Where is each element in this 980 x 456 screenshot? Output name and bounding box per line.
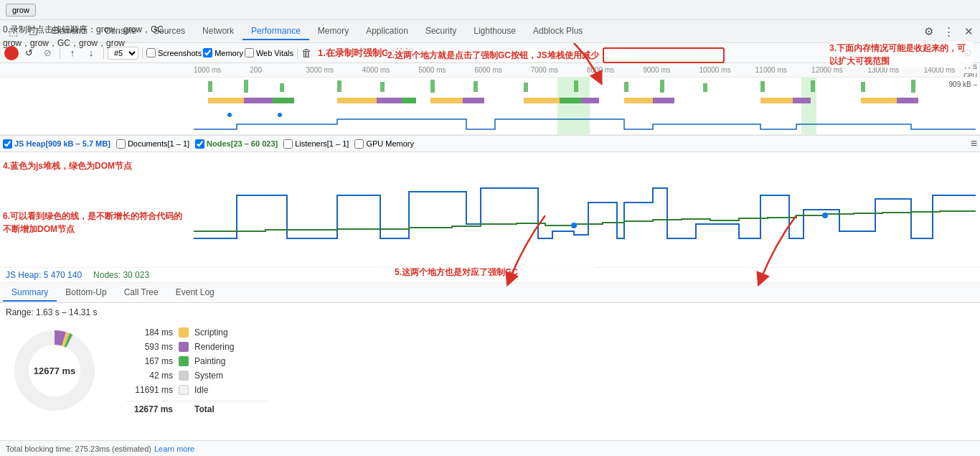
tab-performance[interactable]: Performance bbox=[242, 23, 309, 40]
legend-table: 184 ms Scripting 593 ms Rendering 167 ms… bbox=[126, 327, 270, 414]
memory-checks-row: JS Heap[909 kB – 5.7 MB] Documents[1 – 1… bbox=[0, 135, 980, 152]
status-text: Total blocking time: 275.23ms (estimated… bbox=[6, 445, 151, 453]
tab-adblock[interactable]: Adblock Plus bbox=[524, 23, 591, 40]
js-heap-stat: JS Heap: 5 470 140 bbox=[6, 270, 82, 280]
svg-rect-14 bbox=[861, 82, 865, 92]
webvitals-checkbox-label[interactable]: Web Vitals bbox=[245, 48, 293, 57]
svg-rect-23 bbox=[463, 98, 484, 103]
svg-rect-19 bbox=[337, 98, 377, 103]
expand-icon[interactable]: ≡ bbox=[971, 137, 977, 150]
mini-chart-svg bbox=[194, 78, 976, 135]
svg-rect-7 bbox=[524, 83, 528, 92]
js-heap-check[interactable]: JS Heap[909 kB – 5.7 MB] bbox=[3, 139, 110, 149]
memory-checkbox[interactable] bbox=[203, 48, 212, 57]
summary-panel: 12677 ms 184 ms Scripting 593 ms Renderi… bbox=[0, 322, 980, 420]
nodes-label: Nodes[23 – 60 023] bbox=[207, 139, 278, 148]
system-color bbox=[179, 371, 189, 381]
ruler-label-8: 9000 ms bbox=[643, 66, 699, 74]
tab-application[interactable]: Application bbox=[357, 23, 417, 40]
svg-rect-12 bbox=[760, 81, 765, 92]
tab-call-tree[interactable]: Call Tree bbox=[116, 284, 167, 302]
fps-cpu-chart: 909 kB – bbox=[0, 78, 980, 135]
cpu-label: CPU bbox=[963, 72, 977, 78]
svg-rect-20 bbox=[377, 98, 402, 103]
tab-event-log[interactable]: Event Log bbox=[167, 284, 223, 302]
listeners-check[interactable]: Listeners[1 – 1] bbox=[283, 139, 349, 149]
learn-more-link[interactable]: Learn more bbox=[154, 445, 194, 453]
close-icon[interactable]: ✕ bbox=[960, 23, 977, 40]
ruler-label-10: 11000 ms bbox=[755, 66, 811, 74]
ruler-label-4: 5000 ms bbox=[418, 66, 474, 74]
tab-bottom-up[interactable]: Bottom-Up bbox=[57, 284, 115, 302]
nodes-check[interactable]: Nodes[23 – 60 023] bbox=[195, 139, 278, 149]
total-color-spacer bbox=[179, 404, 189, 414]
svg-rect-10 bbox=[660, 80, 664, 93]
svg-rect-25 bbox=[560, 98, 581, 103]
legend-total: 12677 ms Total bbox=[126, 401, 270, 414]
rendering-time: 593 ms bbox=[126, 342, 173, 352]
ruler-label-2: 3000 ms bbox=[306, 66, 362, 74]
svg-rect-26 bbox=[581, 98, 599, 103]
gpu-checkbox[interactable] bbox=[354, 139, 364, 149]
annotation-6: 6.可以看到绿色的线，是不断增长的符合代码的不断增加DOM节点 bbox=[3, 210, 189, 236]
legend-rendering: 593 ms Rendering bbox=[126, 342, 270, 352]
rendering-color bbox=[179, 342, 189, 352]
svg-rect-18 bbox=[273, 98, 294, 103]
documents-checkbox[interactable] bbox=[116, 139, 126, 149]
tab-summary[interactable]: Summary bbox=[3, 284, 57, 302]
svg-rect-1 bbox=[244, 80, 248, 93]
tab-memory[interactable]: Memory bbox=[309, 23, 357, 40]
svg-rect-8 bbox=[574, 80, 578, 92]
svg-rect-16 bbox=[208, 98, 244, 103]
ruler-label-3: 4000 ms bbox=[362, 66, 418, 74]
system-label: System bbox=[194, 371, 223, 381]
js-heap-checkbox[interactable] bbox=[3, 139, 12, 149]
svg-point-34 bbox=[278, 113, 282, 117]
bottom-panel: Summary Bottom-Up Call Tree Event Log Ra… bbox=[0, 283, 980, 440]
webvitals-checkbox[interactable] bbox=[245, 48, 254, 57]
svg-rect-2 bbox=[280, 83, 284, 92]
scripting-time: 184 ms bbox=[126, 327, 173, 338]
total-label: Total bbox=[194, 404, 215, 414]
idle-color bbox=[179, 385, 189, 395]
gpu-label: GPU Memory bbox=[366, 139, 414, 148]
svg-rect-5 bbox=[430, 80, 435, 93]
ruler-label-5: 6000 ms bbox=[474, 66, 530, 74]
nodes-checkbox[interactable] bbox=[195, 139, 204, 149]
grow-button[interactable]: grow bbox=[6, 4, 36, 17]
tab-security[interactable]: Security bbox=[417, 23, 465, 40]
legend-idle: 11691 ms Idle bbox=[126, 385, 270, 395]
svg-rect-27 bbox=[624, 98, 653, 103]
svg-rect-9 bbox=[624, 82, 628, 92]
more-icon[interactable]: ⋮ bbox=[940, 23, 957, 40]
annotation-topleft: 0.录制时点击按钮顺序：grow，grow，GC，grow，grow，GC，gr… bbox=[3, 23, 189, 50]
legend-system: 42 ms System bbox=[126, 371, 270, 381]
pie-chart bbox=[11, 327, 98, 414]
svg-point-33 bbox=[227, 113, 232, 117]
memory-checkbox-label[interactable]: Memory bbox=[203, 48, 243, 57]
svg-rect-0 bbox=[208, 81, 212, 92]
listeners-checkbox[interactable] bbox=[283, 139, 293, 149]
ruler-label-7: 8000 ms bbox=[587, 66, 643, 74]
ruler-label-9: 10000 ms bbox=[699, 66, 755, 74]
system-time: 42 ms bbox=[126, 371, 173, 381]
total-time: 12677 ms bbox=[126, 404, 173, 414]
svg-rect-29 bbox=[760, 98, 793, 103]
tab-lighthouse[interactable]: Lighthouse bbox=[465, 23, 524, 40]
svg-rect-3 bbox=[337, 80, 341, 92]
svg-rect-24 bbox=[524, 98, 560, 103]
svg-rect-28 bbox=[653, 98, 674, 103]
ruler-label-1: 200 bbox=[250, 66, 306, 74]
annotation-3: 3.下面内存情况可能是收起来的，可以扩大可视范围 bbox=[829, 42, 973, 68]
documents-check[interactable]: Documents[1 – 1] bbox=[116, 139, 189, 149]
svg-rect-30 bbox=[793, 98, 811, 103]
annotation-2: 2.这两个地方就是点击了强制GC按钮，JS堆栈使用减少 bbox=[387, 49, 631, 62]
bottom-tabs: Summary Bottom-Up Call Tree Event Log bbox=[0, 283, 980, 303]
painting-time: 167 ms bbox=[126, 356, 173, 366]
gpu-check[interactable]: GPU Memory bbox=[354, 139, 414, 149]
clear-button[interactable]: 🗑 bbox=[301, 47, 312, 59]
tab-network[interactable]: Network bbox=[194, 23, 242, 40]
ruler-label-6: 7000 ms bbox=[531, 66, 587, 74]
svg-rect-31 bbox=[861, 98, 897, 103]
settings-icon[interactable]: ⚙ bbox=[920, 23, 937, 40]
